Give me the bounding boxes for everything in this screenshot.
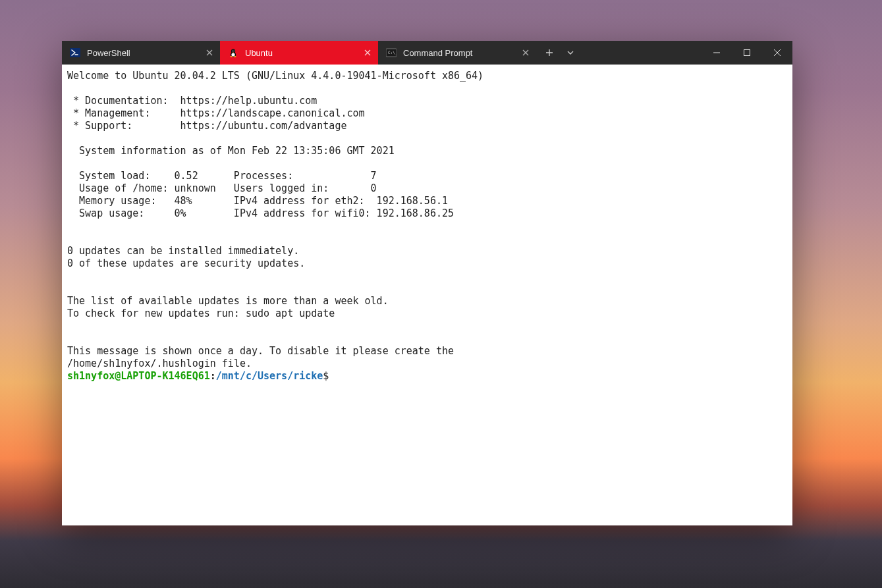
svg-point-4 — [232, 51, 233, 51]
tux-icon — [228, 47, 238, 58]
tab-label: Ubuntu — [245, 48, 361, 58]
motd-support: * Support: https://ubuntu.com/advantage — [67, 120, 346, 132]
powershell-icon — [70, 47, 80, 58]
svg-point-3 — [231, 53, 234, 56]
motd-notice: /home/sh1nyfox/.hushlogin file. — [67, 358, 252, 369]
svg-point-6 — [230, 56, 233, 57]
tab-dropdown-button[interactable] — [563, 45, 578, 61]
close-tab-icon[interactable] — [519, 46, 532, 59]
cmd-icon: C:\_ — [386, 47, 397, 58]
titlebar-drag-region[interactable] — [584, 41, 702, 65]
motd-mgmt: * Management: https://landscape.canonica… — [67, 107, 365, 119]
stale-line: The list of available updates is more th… — [67, 295, 389, 307]
close-tab-icon[interactable] — [203, 46, 216, 59]
prompt-path: /mnt/c/Users/ricke — [216, 370, 323, 382]
tab-actions — [536, 41, 584, 65]
svg-point-5 — [233, 51, 234, 51]
sysinfo-row: Memory usage: 48% IPv4 address for eth2:… — [67, 195, 448, 207]
motd-welcome: Welcome to Ubuntu 20.04.2 LTS (GNU/Linux… — [67, 70, 483, 82]
window-controls — [702, 41, 792, 65]
motd-doc: * Documentation: https://help.ubuntu.com — [67, 95, 317, 107]
stale-line: To check for new updates run: sudo apt u… — [67, 307, 335, 319]
svg-rect-10 — [744, 50, 750, 56]
tab-label: PowerShell — [87, 48, 203, 58]
desktop-wallpaper: PowerShell — [0, 0, 882, 588]
terminal-window: PowerShell — [62, 41, 792, 525]
sysinfo-row: System load: 0.52 Processes: 7 — [67, 170, 377, 182]
tab-powershell[interactable]: PowerShell — [62, 41, 220, 65]
close-window-button[interactable] — [762, 41, 792, 65]
new-tab-button[interactable] — [541, 45, 557, 61]
svg-point-7 — [234, 56, 236, 57]
maximize-button[interactable] — [732, 41, 762, 65]
prompt-user: sh1nyfox@LAPTOP-K146EQ61 — [67, 370, 210, 382]
sysinfo-header: System information as of Mon Feb 22 13:3… — [67, 145, 395, 157]
sysinfo-row: Usage of /home: unknown Users logged in:… — [67, 182, 377, 194]
svg-text:C:\_: C:\_ — [388, 50, 397, 55]
motd-notice: This message is shown once a day. To dis… — [67, 345, 454, 357]
sysinfo-row: Swap usage: 0% IPv4 address for wifi0: 1… — [67, 207, 454, 219]
updates-line: 0 of these updates are security updates. — [67, 257, 305, 269]
close-tab-icon[interactable] — [361, 46, 374, 59]
titlebar: PowerShell — [62, 41, 792, 65]
updates-line: 0 updates can be installed immediately. — [67, 245, 299, 257]
prompt-colon: : — [210, 370, 216, 382]
terminal-output[interactable]: Welcome to Ubuntu 20.04.2 LTS (GNU/Linux… — [62, 65, 792, 525]
tab-label: Command Prompt — [403, 48, 519, 58]
tab-command-prompt[interactable]: C:\_ Command Prompt — [378, 41, 536, 65]
minimize-button[interactable] — [702, 41, 732, 65]
prompt-symbol: $ — [323, 370, 329, 382]
tab-ubuntu[interactable]: Ubuntu — [220, 41, 378, 65]
